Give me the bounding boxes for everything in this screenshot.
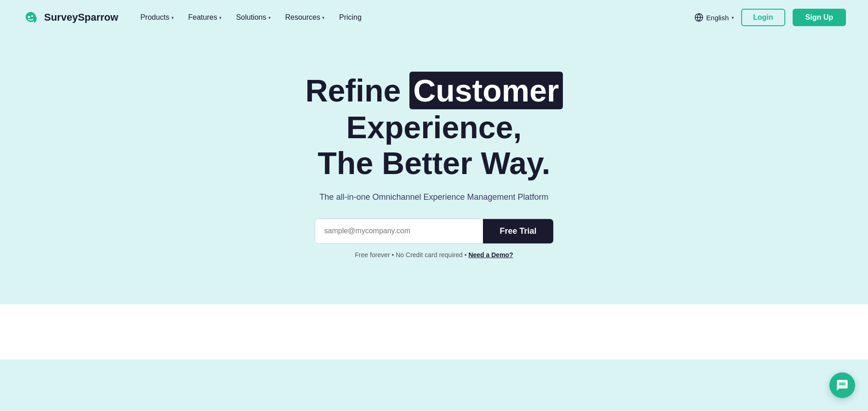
nav-products[interactable]: Products ▾ <box>135 10 179 25</box>
hero-subtitle: The all-in-one Omnichannel Experience Ma… <box>319 192 548 202</box>
signup-button[interactable]: Sign Up <box>793 9 846 26</box>
navbar: SurveySparrow Products ▾ Features ▾ Solu… <box>0 0 868 35</box>
svg-point-1 <box>28 16 30 18</box>
hero-title: Refine Customer Experience, The Better W… <box>227 72 641 181</box>
nav-pricing[interactable]: Pricing <box>334 10 367 25</box>
chat-icon <box>836 379 849 392</box>
login-button[interactable]: Login <box>741 9 785 26</box>
email-input[interactable] <box>315 219 483 243</box>
chevron-down-icon: ▾ <box>219 15 221 20</box>
hero-section: Refine Customer Experience, The Better W… <box>0 35 868 286</box>
chevron-down-icon: ▾ <box>732 15 734 20</box>
need-demo-link[interactable]: Need a Demo? <box>468 251 513 259</box>
navbar-left: SurveySparrow Products ▾ Features ▾ Solu… <box>22 8 367 27</box>
chevron-down-icon: ▾ <box>171 15 174 20</box>
nav-resources[interactable]: Resources ▾ <box>280 10 330 25</box>
svg-point-2 <box>31 15 33 17</box>
logo-link[interactable]: SurveySparrow <box>22 8 118 27</box>
navbar-right: English ▾ Login Sign Up <box>694 9 846 26</box>
logo-icon <box>22 8 40 27</box>
chevron-down-icon: ▾ <box>268 15 271 20</box>
globe-icon <box>694 13 703 22</box>
free-trial-button[interactable]: Free Trial <box>483 219 553 243</box>
bottom-section <box>0 304 868 360</box>
language-selector[interactable]: English ▾ <box>694 13 734 22</box>
hero-note: Free forever • No Credit card required •… <box>355 251 513 259</box>
nav-features[interactable]: Features ▾ <box>183 10 227 25</box>
brand-name: SurveySparrow <box>44 11 118 23</box>
nav-solutions[interactable]: Solutions ▾ <box>231 10 276 25</box>
nav-links: Products ▾ Features ▾ Solutions ▾ Resour… <box>135 10 367 25</box>
chat-bubble[interactable] <box>829 372 855 398</box>
chevron-down-icon: ▾ <box>322 15 324 20</box>
email-form: Free Trial <box>315 219 554 244</box>
